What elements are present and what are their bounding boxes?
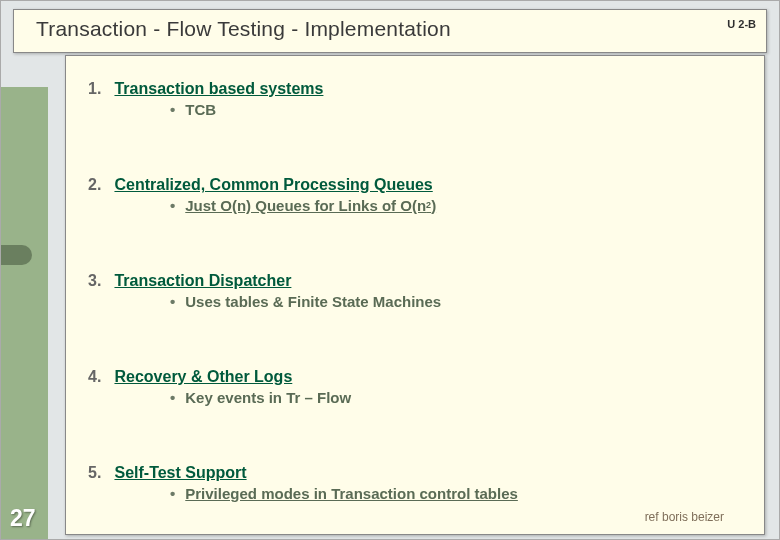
item-sub-text: Privileged modes in Transaction control … [185,485,518,502]
item-title: Self-Test Support [114,464,246,481]
bullet-icon: • [170,101,175,118]
item-number: 5. [88,464,110,482]
item-title: Transaction based systems [114,80,323,97]
list-item: 5. Self-Test Support •Privileged modes i… [88,464,764,502]
left-accent-block: 27 [1,87,48,540]
reference-text: ref boris beizer [645,510,724,524]
list-item: 3. Transaction Dispatcher •Uses tables &… [88,272,764,310]
item-sub: •Just O(n) Queues for Links of O(n2) [170,197,764,214]
slide-title: Transaction - Flow Testing - Implementat… [36,17,451,41]
list-item: 2. Centralized, Common Processing Queues… [88,176,764,214]
item-number: 4. [88,368,110,386]
item-number: 3. [88,272,110,290]
bullet-icon: • [170,485,175,502]
list-item: 4. Recovery & Other Logs •Key events in … [88,368,764,406]
list-item: 1. Transaction based systems •TCB [88,80,764,118]
item-title: Transaction Dispatcher [114,272,291,289]
item-sub-prefix: Just O(n) Queues for Links of O(n [185,197,426,214]
item-title: Centralized, Common Processing Queues [114,176,432,193]
accent-bump [1,245,32,265]
content-panel: 1. Transaction based systems •TCB 2. Cen… [65,55,765,535]
item-sub: •Uses tables & Finite State Machines [170,293,764,310]
item-title: Recovery & Other Logs [114,368,292,385]
slide: 27 Transaction - Flow Testing - Implemen… [0,0,780,540]
item-sub-text: Key events in Tr – Flow [185,389,351,406]
item-sub: •Privileged modes in Transaction control… [170,485,764,502]
page-number: 27 [10,505,36,532]
item-sub-suffix: ) [431,197,436,214]
bullet-icon: • [170,389,175,406]
item-number: 1. [88,80,110,98]
bullet-icon: • [170,293,175,310]
item-sub-text: TCB [185,101,216,118]
title-bar: Transaction - Flow Testing - Implementat… [13,9,767,53]
item-number: 2. [88,176,110,194]
item-sub: •Key events in Tr – Flow [170,389,764,406]
slide-code: U 2-B [727,18,756,30]
item-sub: •TCB [170,101,764,118]
item-sub-text: Uses tables & Finite State Machines [185,293,441,310]
bullet-icon: • [170,197,175,214]
